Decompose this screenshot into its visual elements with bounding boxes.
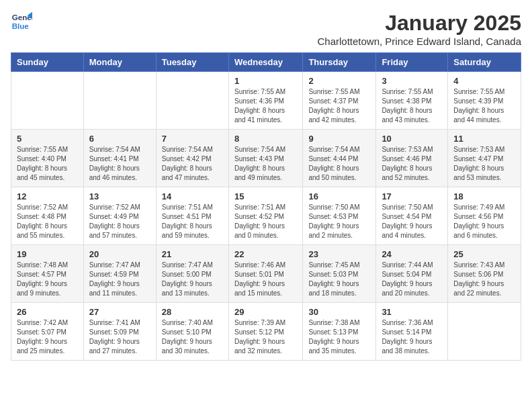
day-number: 11: [453, 134, 515, 144]
day-info: Sunrise: 7:48 AM Sunset: 4:57 PM Dayligh…: [17, 261, 78, 298]
day-number: 21: [162, 249, 223, 259]
day-number: 5: [17, 134, 78, 144]
day-info: Sunrise: 7:55 AM Sunset: 4:36 PM Dayligh…: [234, 87, 297, 125]
calendar-cell: [83, 72, 156, 130]
day-info: Sunrise: 7:43 AM Sunset: 5:06 PM Dayligh…: [453, 261, 515, 298]
day-info: Sunrise: 7:53 AM Sunset: 4:46 PM Dayligh…: [382, 145, 442, 183]
day-info: Sunrise: 7:40 AM Sunset: 5:10 PM Dayligh…: [162, 318, 223, 356]
week-row-3: 12Sunrise: 7:52 AM Sunset: 4:48 PM Dayli…: [11, 187, 521, 245]
day-info: Sunrise: 7:54 AM Sunset: 4:42 PM Dayligh…: [162, 145, 223, 183]
day-info: Sunrise: 7:55 AM Sunset: 4:37 PM Dayligh…: [308, 87, 370, 125]
calendar-cell: 1Sunrise: 7:55 AM Sunset: 4:36 PM Daylig…: [228, 72, 302, 130]
day-number: 18: [453, 191, 515, 201]
day-info: Sunrise: 7:53 AM Sunset: 4:47 PM Dayligh…: [453, 145, 515, 183]
day-number: 29: [234, 307, 297, 317]
calendar-cell: 5Sunrise: 7:55 AM Sunset: 4:40 PM Daylig…: [11, 130, 84, 187]
day-info: Sunrise: 7:51 AM Sunset: 4:52 PM Dayligh…: [234, 203, 297, 240]
logo: General Blue: [11, 11, 32, 32]
day-number: 10: [382, 134, 442, 144]
calendar-cell: 6Sunrise: 7:54 AM Sunset: 4:41 PM Daylig…: [83, 130, 156, 187]
day-number: 31: [382, 307, 442, 317]
calendar-cell: 29Sunrise: 7:39 AM Sunset: 5:12 PM Dayli…: [228, 303, 302, 361]
day-number: 12: [17, 191, 78, 201]
calendar-cell: 30Sunrise: 7:38 AM Sunset: 5:13 PM Dayli…: [303, 303, 376, 361]
calendar-cell: 7Sunrise: 7:54 AM Sunset: 4:42 PM Daylig…: [156, 130, 228, 187]
day-number: 4: [453, 76, 515, 86]
weekday-header-saturday: Saturday: [448, 53, 521, 72]
weekday-header-row: SundayMondayTuesdayWednesdayThursdayFrid…: [11, 53, 521, 72]
day-info: Sunrise: 7:52 AM Sunset: 4:48 PM Dayligh…: [17, 203, 78, 240]
day-number: 23: [308, 249, 370, 259]
weekday-header-friday: Friday: [376, 53, 448, 72]
day-number: 19: [17, 249, 78, 259]
svg-text:Blue: Blue: [12, 22, 30, 30]
calendar-cell: 31Sunrise: 7:36 AM Sunset: 5:14 PM Dayli…: [376, 303, 448, 361]
day-number: 22: [234, 249, 297, 259]
day-info: Sunrise: 7:42 AM Sunset: 5:07 PM Dayligh…: [17, 318, 78, 356]
day-info: Sunrise: 7:44 AM Sunset: 5:04 PM Dayligh…: [382, 261, 442, 298]
calendar-cell: 13Sunrise: 7:52 AM Sunset: 4:49 PM Dayli…: [83, 187, 156, 245]
calendar-cell: [156, 72, 228, 130]
day-number: 15: [234, 191, 297, 201]
calendar-cell: 26Sunrise: 7:42 AM Sunset: 5:07 PM Dayli…: [11, 303, 84, 361]
calendar-cell: [448, 303, 521, 361]
day-number: 28: [162, 307, 223, 317]
day-number: 14: [162, 191, 223, 201]
week-row-5: 26Sunrise: 7:42 AM Sunset: 5:07 PM Dayli…: [11, 303, 521, 361]
calendar-cell: 19Sunrise: 7:48 AM Sunset: 4:57 PM Dayli…: [11, 245, 84, 303]
day-info: Sunrise: 7:54 AM Sunset: 4:43 PM Dayligh…: [234, 145, 297, 183]
page-header: General Blue January 2025 Charlottetown,…: [11, 11, 521, 47]
day-info: Sunrise: 7:47 AM Sunset: 4:59 PM Dayligh…: [89, 261, 150, 298]
logo-icon: General Blue: [11, 11, 32, 32]
calendar-cell: 12Sunrise: 7:52 AM Sunset: 4:48 PM Dayli…: [11, 187, 84, 245]
day-number: 2: [308, 76, 370, 86]
day-number: 9: [308, 134, 370, 144]
calendar-table: SundayMondayTuesdayWednesdayThursdayFrid…: [11, 52, 521, 361]
day-info: Sunrise: 7:54 AM Sunset: 4:41 PM Dayligh…: [89, 145, 150, 183]
calendar-title: January 2025: [317, 11, 521, 36]
day-info: Sunrise: 7:52 AM Sunset: 4:49 PM Dayligh…: [89, 203, 150, 240]
weekday-header-sunday: Sunday: [11, 53, 84, 72]
weekday-header-thursday: Thursday: [303, 53, 376, 72]
day-info: Sunrise: 7:38 AM Sunset: 5:13 PM Dayligh…: [308, 318, 370, 356]
calendar-cell: 25Sunrise: 7:43 AM Sunset: 5:06 PM Dayli…: [448, 245, 521, 303]
day-info: Sunrise: 7:36 AM Sunset: 5:14 PM Dayligh…: [382, 318, 442, 356]
week-row-2: 5Sunrise: 7:55 AM Sunset: 4:40 PM Daylig…: [11, 130, 521, 187]
day-number: 30: [308, 307, 370, 317]
day-number: 20: [89, 249, 150, 259]
calendar-cell: 8Sunrise: 7:54 AM Sunset: 4:43 PM Daylig…: [228, 130, 302, 187]
calendar-cell: 14Sunrise: 7:51 AM Sunset: 4:51 PM Dayli…: [156, 187, 228, 245]
weekday-header-monday: Monday: [83, 53, 156, 72]
weekday-header-tuesday: Tuesday: [156, 53, 228, 72]
day-number: 13: [89, 191, 150, 201]
day-number: 6: [89, 134, 150, 144]
calendar-cell: 27Sunrise: 7:41 AM Sunset: 5:09 PM Dayli…: [83, 303, 156, 361]
calendar-cell: 18Sunrise: 7:49 AM Sunset: 4:56 PM Dayli…: [448, 187, 521, 245]
day-number: 17: [382, 191, 442, 201]
calendar-cell: 10Sunrise: 7:53 AM Sunset: 4:46 PM Dayli…: [376, 130, 448, 187]
day-info: Sunrise: 7:55 AM Sunset: 4:38 PM Dayligh…: [382, 87, 442, 125]
calendar-cell: 28Sunrise: 7:40 AM Sunset: 5:10 PM Dayli…: [156, 303, 228, 361]
day-number: 24: [382, 249, 442, 259]
day-number: 7: [162, 134, 223, 144]
day-info: Sunrise: 7:46 AM Sunset: 5:01 PM Dayligh…: [234, 261, 297, 298]
week-row-4: 19Sunrise: 7:48 AM Sunset: 4:57 PM Dayli…: [11, 245, 521, 303]
day-info: Sunrise: 7:54 AM Sunset: 4:44 PM Dayligh…: [308, 145, 370, 183]
calendar-cell: 3Sunrise: 7:55 AM Sunset: 4:38 PM Daylig…: [376, 72, 448, 130]
day-info: Sunrise: 7:55 AM Sunset: 4:40 PM Dayligh…: [17, 145, 78, 183]
calendar-cell: 24Sunrise: 7:44 AM Sunset: 5:04 PM Dayli…: [376, 245, 448, 303]
day-info: Sunrise: 7:55 AM Sunset: 4:39 PM Dayligh…: [453, 87, 515, 125]
day-info: Sunrise: 7:51 AM Sunset: 4:51 PM Dayligh…: [162, 203, 223, 240]
weekday-header-wednesday: Wednesday: [228, 53, 302, 72]
calendar-cell: 15Sunrise: 7:51 AM Sunset: 4:52 PM Dayli…: [228, 187, 302, 245]
calendar-cell: 21Sunrise: 7:47 AM Sunset: 5:00 PM Dayli…: [156, 245, 228, 303]
day-info: Sunrise: 7:39 AM Sunset: 5:12 PM Dayligh…: [234, 318, 297, 356]
day-number: 8: [234, 134, 297, 144]
day-info: Sunrise: 7:45 AM Sunset: 5:03 PM Dayligh…: [308, 261, 370, 298]
calendar-cell: 11Sunrise: 7:53 AM Sunset: 4:47 PM Dayli…: [448, 130, 521, 187]
day-number: 3: [382, 76, 442, 86]
day-info: Sunrise: 7:47 AM Sunset: 5:00 PM Dayligh…: [162, 261, 223, 298]
title-area: January 2025 Charlottetown, Prince Edwar…: [317, 11, 521, 47]
day-info: Sunrise: 7:49 AM Sunset: 4:56 PM Dayligh…: [453, 203, 515, 240]
calendar-subtitle: Charlottetown, Prince Edward Island, Can…: [317, 36, 521, 47]
